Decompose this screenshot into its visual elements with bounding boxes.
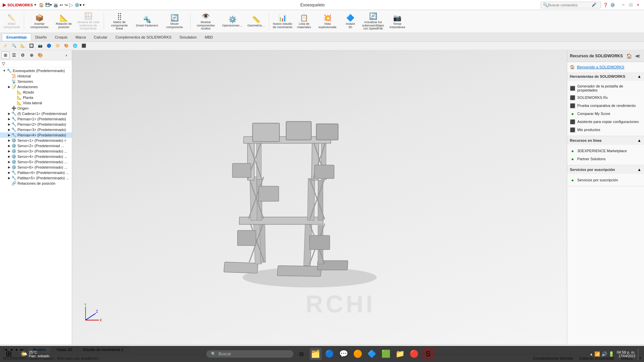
tree-item-servo6[interactable]: ▶ ⚙️ Servo<6> (Predeterminado) ... [0, 165, 72, 170]
view-icon-8[interactable]: 🎨 [62, 43, 70, 49]
show-desktop-btn[interactable] [638, 348, 640, 360]
toolbar-lista-materiales[interactable]: 📋 Lista demateriales [295, 12, 313, 31]
welcome-item[interactable]: 🏠 Bienvenido a SOLIDWORKS [570, 65, 641, 69]
tab-mates[interactable]: ⊕ [28, 52, 36, 59]
undo-icon[interactable]: ↩ [60, 3, 63, 7]
tree-item-cadera1[interactable]: ▶ 🔧 (f) Cadera<1> (Predeterminad [0, 111, 72, 116]
tab-feature-tree[interactable]: ⊞ [1, 52, 9, 59]
rp-item-gen-pestana[interactable]: ⬛ Generador de la pestaña de propiedades [570, 83, 641, 94]
options-icon[interactable]: ⚙️▾ [74, 3, 82, 7]
tree-expand-btn[interactable]: › [62, 52, 70, 59]
tab-croquis[interactable]: Croquis [51, 34, 71, 41]
view-icon-4[interactable]: 🔲 [28, 43, 36, 49]
filter-icon[interactable]: ▽ [2, 61, 5, 66]
toolbar-geometria[interactable]: 📏 Geometría ... [246, 14, 267, 29]
start-button[interactable]: ⊞ [3, 348, 15, 360]
rp-item-servicios-sus[interactable]: ● Servicios por suscripción [570, 176, 641, 184]
toolbar-mover-componente[interactable]: 🔄 Mover componente [161, 12, 189, 31]
expand-servo1[interactable]: ▶ [7, 138, 11, 143]
tree-item-root[interactable]: ▼ 🔧 Exoesqueleto (Predeterminado) [0, 68, 72, 73]
expand-root[interactable]: ▼ [2, 68, 7, 73]
toolbar-nuevo-estudio[interactable]: 📊 Nuevo estudiode movimiento [271, 12, 294, 31]
tree-item-servo5[interactable]: ▶ ⚙️ Servo<5> (Predeterminado) ... [0, 159, 72, 165]
minimize-btn[interactable]: ─ [620, 2, 627, 8]
rp-item-prueba[interactable]: ⬛ Prueba comparativa de rendimiento [570, 102, 641, 110]
tray-wifi[interactable]: 📶 [594, 351, 600, 357]
command-search-input[interactable] [548, 3, 592, 7]
clock-widget[interactable]: 04:58 p. m. 17/04/2023 [617, 350, 635, 358]
toolbar-matriz-lineal[interactable]: ⣿ Matriz de componente lineal [106, 11, 133, 32]
section-header-recursos[interactable]: Recursos en línea ▲ [567, 136, 644, 145]
tree-item-origen[interactable]: ▶ ➕ Origen [0, 106, 72, 111]
view-icon-10[interactable]: ⬛ [80, 43, 88, 49]
view-icon-3[interactable]: 📐 [19, 43, 27, 49]
rp-item-partner-solutions[interactable]: ● Partner Solutions [570, 155, 641, 163]
toolbar-insertar-componentes[interactable]: 📦 Insertar componentes [26, 12, 53, 31]
redo-icon[interactable]: ↪ [64, 3, 68, 7]
tab-ensamblaje[interactable]: Ensamblaje [2, 34, 31, 41]
section-header-sw-tools[interactable]: Herramientas de SOLIDWORKS ▲ [567, 72, 644, 81]
toolbar-tomar-instantanea[interactable]: 📷 Tomarinstantánea [387, 12, 407, 31]
tree-item-anotaciones[interactable]: ▶ 📝 Anotaciones [0, 84, 72, 89]
expand-piernas1[interactable]: ▶ [7, 117, 11, 121]
expand-servo5[interactable]: ▶ [7, 160, 11, 164]
save-icon[interactable]: 💾▾ [45, 3, 52, 7]
tree-item-piernas2[interactable]: ▶ 🔧 Piernas<2> (Predeterminado) [0, 122, 72, 127]
home-icon[interactable]: 🏠 [39, 3, 44, 7]
tree-item-servo1[interactable]: ▶ ⚙️ Servo<1> (Predeterminado) < [0, 138, 72, 143]
expand-cadera1[interactable]: ▶ [7, 111, 11, 116]
close-btn[interactable]: ✕ [635, 2, 641, 8]
toolbar-editar-componente[interactable]: ✏️ Editarcomponente [1, 12, 22, 31]
expand-anotaciones[interactable]: ▶ [7, 84, 11, 89]
tab-simulation[interactable]: Simulation [175, 34, 201, 41]
tree-item-servo4[interactable]: ▶ ⚙️ Servo<4> (Predeterminado) ... [0, 154, 72, 159]
tree-item-piernas4[interactable]: ▶ 🔧 Piernas<4> (Predeterminado) [0, 132, 72, 138]
taskbar-word[interactable]: 🔷 [366, 348, 378, 360]
expand-patitas5[interactable]: ▶ [7, 176, 11, 180]
tree-item-piernas1[interactable]: ▶ 🔧 Piernas<1> (Predeterminado) [0, 116, 72, 122]
3d-viewport[interactable]: X Y Z RCHI [72, 50, 567, 345]
taskbar-search[interactable]: 🔍 [206, 350, 293, 358]
expand-patitas4[interactable]: ▶ [7, 170, 11, 175]
view-icon-2[interactable]: 🔍 [10, 43, 18, 49]
rebuild-icon[interactable]: ▷ [69, 2, 73, 8]
taskbar-zoom[interactable]: 💬 [338, 348, 350, 360]
tab-properties[interactable]: ☰ [10, 52, 18, 59]
taskbar-files[interactable]: 📁 [394, 348, 406, 360]
taskbar-explorer[interactable]: 🗂️ [310, 348, 322, 360]
view-icon-9[interactable]: 🌐 [71, 43, 79, 49]
view-icon-6[interactable]: 🔵 [45, 43, 53, 49]
rp-item-mis-productos[interactable]: ⬛ Mis productos [570, 126, 641, 134]
command-search[interactable]: 🔍 🎤 [541, 2, 601, 8]
expand-piernas2[interactable]: ▶ [7, 122, 11, 127]
tab-mbd[interactable]: MBD [201, 34, 217, 41]
toolbar-smart-fasteners[interactable]: 🔩 Smart Fasteners [134, 14, 160, 29]
tree-item-patitas4[interactable]: ▶ 🔧 Patitas<4> (Predeterminado) ... [0, 170, 72, 175]
expand-servo6[interactable]: ▶ [7, 165, 11, 170]
tree-item-patitas5[interactable]: ▶ 🔧 Patitas<5> (Predeterminado) ... [0, 175, 72, 181]
weather-widget[interactable]: 🌤️ 25°C Parc. soleado [17, 350, 52, 358]
taskbar-search-input[interactable] [219, 352, 279, 356]
settings-icon[interactable]: ⚙️ [610, 3, 615, 7]
rp-item-3dexperience[interactable]: ● 3DEXPERIENCE Marketplace [570, 147, 641, 155]
taskbar-powerpoint[interactable]: 🟠 [352, 348, 364, 360]
tree-item-alzado[interactable]: ▶ 📐 Alzado [0, 89, 72, 95]
tab-calcular[interactable]: Calcular [90, 34, 111, 41]
tab-display[interactable]: 🎨 [36, 52, 44, 59]
toolbar-vista-explosionada[interactable]: 💥 Vista explosionada [314, 12, 341, 31]
tree-item-servo2[interactable]: ▶ ⚙️ Servo<2> (Predeterminad ... [0, 143, 72, 148]
tray-battery[interactable]: 🔋 [608, 351, 614, 357]
tab-marca[interactable]: Marca [71, 34, 90, 41]
tree-item-vista-lateral[interactable]: ▶ 📐 Vista lateral [0, 100, 72, 106]
expand-piernas4[interactable]: ▶ [7, 133, 11, 137]
toolbar-actualizar[interactable]: 🔄 Actualizar los subensamblajescon Speed… [359, 11, 387, 32]
toolbar-operaciones[interactable]: ⚙️ Operaciones ... [220, 14, 245, 29]
taskbar-opera[interactable]: 🔴 [408, 348, 420, 360]
tab-diseno[interactable]: Diseño [31, 34, 51, 41]
tree-item-planta[interactable]: ▶ 📐 Planta [0, 95, 72, 100]
tree-item-piernas3[interactable]: ▶ 🔧 Piernas<3> (Predeterminado) [0, 127, 72, 132]
tray-speaker[interactable]: 🔊 [601, 351, 607, 357]
tree-item-relaciones[interactable]: ▶ 🔗 Relaciones de posición [0, 181, 72, 186]
voice-icon[interactable]: 🎤 [592, 3, 596, 7]
rp-item-comparar[interactable]: ● Comparar My Score [570, 110, 641, 118]
